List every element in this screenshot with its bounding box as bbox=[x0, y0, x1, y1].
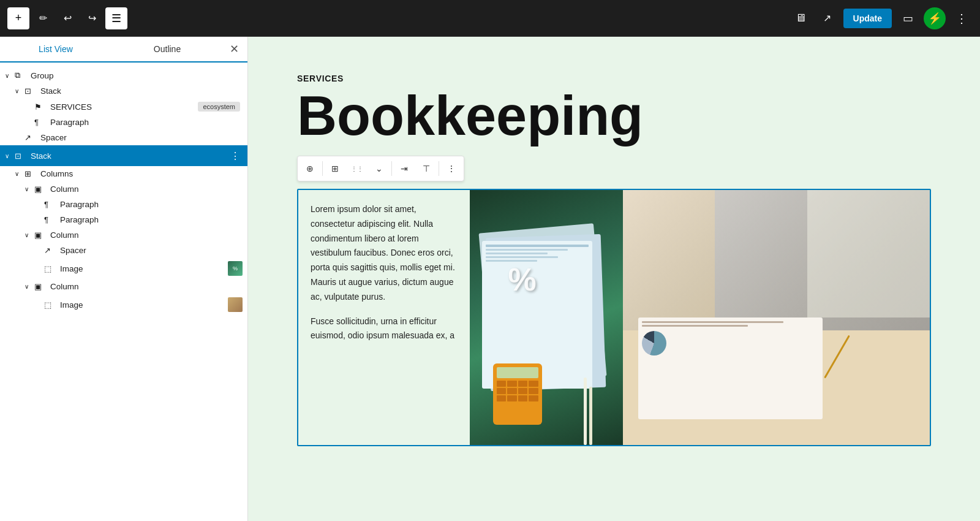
top-toolbar: + ✏ ↩ ↪ ☰ 🖥 ↗ Update ▭ ⚡ ⋮ bbox=[0, 0, 980, 37]
tree-item-column2[interactable]: ∨ ▣ Column bbox=[0, 227, 247, 243]
tab-outline[interactable]: Outline bbox=[111, 37, 223, 63]
image1-label: Image bbox=[60, 264, 228, 273]
more-options-button[interactable]: ⋮ bbox=[951, 7, 973, 29]
stack2-label: Stack bbox=[31, 151, 228, 161]
block-chevron-button[interactable]: ⌄ bbox=[368, 158, 390, 180]
tree-item-column3[interactable]: ∨ ▣ Column bbox=[0, 279, 247, 294]
block-copy-button[interactable]: ⊕ bbox=[299, 158, 321, 180]
stack2-icon: ⊡ bbox=[15, 151, 27, 161]
image2-thumbnail bbox=[228, 297, 243, 312]
para2-icon: ¶ bbox=[44, 200, 56, 209]
canvas-content: SERVICES Bookkeeping ⊕ ⊞ ⋮⋮ ⌄ ⇥ ⊤ ⋮ Lore… bbox=[248, 37, 980, 521]
chevron-icon: ∨ bbox=[24, 186, 34, 192]
chevron-icon: ∨ bbox=[5, 72, 15, 79]
sidebar: List View Outline ✕ ∨ ⧉ Group ∨ ⊡ Stack … bbox=[0, 37, 248, 521]
sidebar-header: List View Outline ✕ bbox=[0, 37, 247, 63]
tree-item-stack1[interactable]: ∨ ⊡ Stack bbox=[0, 83, 247, 99]
block-align-top-button[interactable]: ⊤ bbox=[415, 158, 437, 180]
block-more-button[interactable]: ⋮ bbox=[440, 158, 462, 180]
toolbar-separator-3 bbox=[439, 161, 439, 176]
block-icon-button[interactable]: ☰ bbox=[105, 7, 127, 29]
lorem-text-1: Lorem ipsum dolor sit amet, consectetur … bbox=[311, 202, 458, 305]
tree-item-spacer2[interactable]: ↗ Spacer bbox=[0, 243, 247, 258]
image2-icon: ⬚ bbox=[44, 300, 56, 310]
spacer2-label: Spacer bbox=[60, 246, 243, 255]
chevron-icon: ∨ bbox=[24, 232, 34, 238]
spacer2-icon: ↗ bbox=[44, 246, 56, 255]
external-link-button[interactable]: ↗ bbox=[816, 7, 839, 29]
image-column-1: % bbox=[470, 190, 623, 445]
tab-list-view[interactable]: List View bbox=[0, 37, 111, 63]
columns-label: Columns bbox=[40, 169, 243, 178]
chevron-icon: ∨ bbox=[15, 88, 24, 94]
tree-item-paragraph2[interactable]: ¶ Paragraph bbox=[0, 197, 247, 212]
ecosystem-badge: ecosystem bbox=[198, 102, 240, 112]
main-layout: List View Outline ✕ ∨ ⧉ Group ∨ ⊡ Stack … bbox=[0, 37, 980, 521]
update-button[interactable]: Update bbox=[843, 9, 892, 28]
para2-label: Paragraph bbox=[60, 200, 243, 209]
image1-thumbnail: % bbox=[228, 261, 243, 276]
image1-icon: ⬚ bbox=[44, 264, 56, 273]
toolbar-separator-2 bbox=[391, 161, 392, 176]
chevron-icon: ∨ bbox=[5, 153, 15, 159]
para3-label: Paragraph bbox=[60, 215, 243, 224]
column2-label: Column bbox=[50, 230, 243, 240]
block-toolbar: ⊕ ⊞ ⋮⋮ ⌄ ⇥ ⊤ ⋮ bbox=[297, 156, 464, 181]
spacer-icon: ↗ bbox=[24, 133, 37, 142]
tree-item-group[interactable]: ∨ ⧉ Group bbox=[0, 67, 247, 83]
para3-icon: ¶ bbox=[44, 215, 56, 224]
tree-item-image2[interactable]: ⬚ Image bbox=[0, 294, 247, 315]
tree: ∨ ⧉ Group ∨ ⊡ Stack ⚑ SERVICES ecosystem… bbox=[0, 63, 247, 521]
canvas-area: SERVICES Bookkeeping ⊕ ⊞ ⋮⋮ ⌄ ⇥ ⊤ ⋮ Lore… bbox=[248, 37, 980, 521]
content-block: Lorem ipsum dolor sit amet, consectetur … bbox=[297, 189, 931, 446]
chevron-icon: ∨ bbox=[24, 283, 34, 290]
bookmark-icon: ⚑ bbox=[34, 102, 47, 112]
tree-item-paragraph3[interactable]: ¶ Paragraph bbox=[0, 212, 247, 227]
lorem-text-2: Fusce sollicitudin, urna in efficitur eu… bbox=[311, 314, 458, 344]
toolbar-left: + ✏ ↩ ↪ ☰ bbox=[7, 7, 127, 29]
services-label: SERVICES bbox=[50, 102, 198, 112]
lightning-button[interactable]: ⚡ bbox=[924, 7, 946, 29]
image-column-2 bbox=[623, 190, 930, 445]
group-icon: ⧉ bbox=[15, 70, 27, 80]
panel-button[interactable]: ▭ bbox=[897, 7, 919, 29]
sidebar-close-button[interactable]: ✕ bbox=[223, 38, 245, 60]
services-heading: SERVICES bbox=[297, 74, 931, 83]
group-label: Group bbox=[31, 71, 243, 80]
tree-item-column1[interactable]: ∨ ▣ Column bbox=[0, 181, 247, 197]
block-align-grid-button[interactable]: ⊞ bbox=[324, 158, 346, 180]
column1-label: Column bbox=[50, 184, 243, 194]
block-dots-button[interactable]: ⋮⋮ bbox=[346, 158, 368, 180]
text-column: Lorem ipsum dolor sit amet, consectetur … bbox=[298, 190, 470, 445]
toolbar-separator bbox=[322, 161, 323, 176]
columns-icon: ⊞ bbox=[24, 169, 37, 178]
tree-item-columns[interactable]: ∨ ⊞ Columns bbox=[0, 166, 247, 181]
stack1-label: Stack bbox=[40, 86, 243, 96]
column1-icon: ▣ bbox=[34, 184, 47, 194]
tree-item-stack2[interactable]: ∨ ⊡ Stack ⋮ bbox=[0, 145, 247, 166]
stack2-more-button[interactable]: ⋮ bbox=[228, 148, 243, 163]
add-button[interactable]: + bbox=[7, 7, 29, 29]
page-title: Bookkeeping bbox=[297, 88, 931, 143]
block-align-left-button[interactable]: ⇥ bbox=[393, 158, 415, 180]
column3-icon: ▣ bbox=[34, 282, 47, 291]
chevron-icon: ∨ bbox=[15, 170, 24, 177]
tree-item-spacer1[interactable]: ↗ Spacer bbox=[0, 130, 247, 145]
paragraph-icon: ¶ bbox=[34, 118, 47, 127]
spacer1-label: Spacer bbox=[40, 133, 243, 142]
column2-icon: ▣ bbox=[34, 230, 47, 240]
image2-label: Image bbox=[60, 300, 228, 310]
tree-item-image1[interactable]: ⬚ Image % bbox=[0, 258, 247, 279]
toolbar-right: 🖥 ↗ Update ▭ ⚡ ⋮ bbox=[790, 7, 973, 29]
desktop-view-button[interactable]: 🖥 bbox=[790, 7, 812, 29]
redo-button[interactable]: ↪ bbox=[81, 7, 103, 29]
stack-icon: ⊡ bbox=[24, 86, 37, 96]
tree-item-services[interactable]: ⚑ SERVICES ecosystem bbox=[0, 99, 247, 115]
undo-button[interactable]: ↩ bbox=[56, 7, 78, 29]
column3-label: Column bbox=[50, 282, 243, 291]
paragraph1-label: Paragraph bbox=[50, 118, 243, 127]
pencil-button[interactable]: ✏ bbox=[32, 7, 54, 29]
tree-item-paragraph1[interactable]: ¶ Paragraph bbox=[0, 115, 247, 130]
